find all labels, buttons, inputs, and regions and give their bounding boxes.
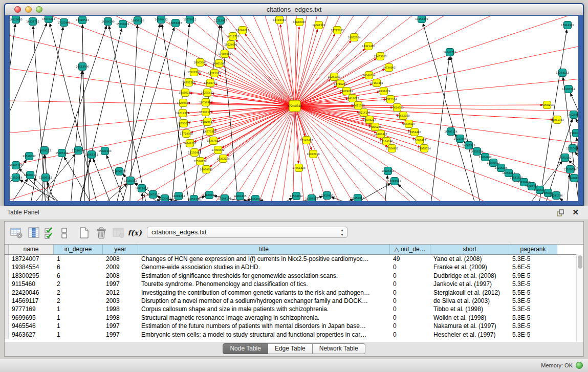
graph-node-label: 16851247 xyxy=(182,81,195,84)
column-header-title[interactable]: title xyxy=(138,245,390,254)
graph-edge-red xyxy=(10,16,295,106)
graph-node-label: 16135204 xyxy=(562,87,575,91)
graph-node-label: 18002041 xyxy=(193,61,206,64)
graph-edge-black xyxy=(398,184,428,201)
graph-node-label: 15624103 xyxy=(98,149,111,152)
graph-node-label: 16081254 xyxy=(172,194,185,198)
graph-node-label: 19061203 xyxy=(312,24,325,27)
table-row[interactable]: 1456911722003Disruption of a novel membe… xyxy=(5,297,583,305)
table-cell-gutter xyxy=(5,272,9,280)
table-disabled-icon xyxy=(112,226,125,239)
table-row[interactable]: 1938455462009Genome-wide association stu… xyxy=(5,263,583,271)
table-mode-button[interactable] xyxy=(9,225,24,240)
graph-node-label: 18530021 xyxy=(177,122,190,125)
graph-node-label: 13452061 xyxy=(351,196,364,200)
graph-node-label: 18164160 xyxy=(380,140,393,143)
table-row[interactable]: 969969511998Structural magnetic resonanc… xyxy=(5,314,583,322)
table-cell-short: Hescheler et al. (1997) xyxy=(430,331,509,339)
graph-node-label: 17684982 xyxy=(218,52,231,55)
graph-node-label: 18105492 xyxy=(188,151,201,154)
graph-node-label: 16321450 xyxy=(362,45,375,48)
table-row[interactable]: 977716911998Corpus callosum shape and si… xyxy=(5,305,583,313)
table-cell-short: Franke et al. (2009) xyxy=(430,263,509,271)
clear-selection-button[interactable] xyxy=(58,225,70,240)
table-row[interactable]: 946362711997Embryonic stem cells: a mode… xyxy=(5,331,583,339)
network-canvas[interactable]: 1724031518224006176849821646104518221312… xyxy=(10,16,578,201)
graph-node-label: 18052164 xyxy=(347,36,360,39)
table-cell-short: Stergiakouli et al. (2012) xyxy=(430,289,509,297)
show-columns-button[interactable] xyxy=(26,225,41,240)
table-cell-out_degree: 0 xyxy=(390,272,430,280)
table-cell-year: 2008 xyxy=(103,255,138,263)
graph-edge-red xyxy=(10,16,295,106)
graph-node-label: 15733021 xyxy=(116,23,129,26)
tab-node-table[interactable]: Node Table xyxy=(223,343,268,354)
graph-node-label: 14065213 xyxy=(462,144,475,147)
status-bar: Memory: OK xyxy=(0,359,588,372)
window-title: citations_edges.txt xyxy=(5,6,583,13)
table-toolbar: f(x) citations_edges.txt ▲▼ xyxy=(5,222,583,244)
column-header-out_degree[interactable]: △ out_de… xyxy=(390,245,430,254)
column-header-gutter[interactable] xyxy=(5,245,9,254)
table-row[interactable]: 946554611997Estimation of the future num… xyxy=(5,322,583,330)
graph-node-label: 16354021 xyxy=(249,198,262,201)
table-row[interactable]: 1872400712008Changes of HCN gene express… xyxy=(5,255,583,263)
scrollbar-thumb[interactable] xyxy=(578,255,582,269)
table-cell-out_degree: 0 xyxy=(390,322,430,330)
table-cell-name: 9699695 xyxy=(9,314,54,322)
column-header-pagerank[interactable]: pagerank xyxy=(509,245,557,254)
column-header-year[interactable]: year xyxy=(103,245,138,254)
graph-node-label: 18231079 xyxy=(377,90,390,93)
table-selector-value: citations_edges.txt xyxy=(151,228,207,236)
delete-column-button[interactable] xyxy=(94,225,109,240)
graph-edge-red xyxy=(10,16,295,106)
window-titlebar[interactable]: citations_edges.txt xyxy=(5,4,583,15)
column-header-name[interactable]: name xyxy=(9,245,54,254)
graph-node-label: 20516092 xyxy=(23,155,35,158)
graph-node-label: 12083541 xyxy=(388,180,401,183)
delete-table-button[interactable] xyxy=(111,225,126,240)
function-builder-button[interactable]: f(x) xyxy=(128,225,141,240)
table-cell-out_degree: 0 xyxy=(390,305,430,313)
graph-node-label: 17453102 xyxy=(374,55,386,58)
float-panel-icon[interactable] xyxy=(556,209,564,217)
table-row[interactable]: 1830029562008Estimation of significance … xyxy=(5,272,583,280)
tab-network-table[interactable]: Network Table xyxy=(313,343,365,354)
table-header-row: namein_degreeyeartitle△ out_de…shortpage… xyxy=(5,244,583,255)
graph-node-label: 13261405 xyxy=(233,194,246,198)
table-cell-out_degree: 0 xyxy=(390,331,430,339)
graph-node-label: 17712053 xyxy=(331,29,343,32)
graph-edge-black xyxy=(95,184,127,201)
graph-node-label: 16416022 xyxy=(346,97,359,100)
graph-node-label: 18079212 xyxy=(340,90,353,93)
column-header-short[interactable]: short xyxy=(430,245,509,254)
network-graph[interactable]: 1724031518224006176849821646104518221312… xyxy=(10,16,578,201)
node-table: namein_degreeyeartitle△ out_de…shortpage… xyxy=(5,244,583,342)
table-cell-gutter xyxy=(5,314,9,322)
graph-node-label: 16461045 xyxy=(212,62,225,65)
select-all-columns-button[interactable] xyxy=(43,225,56,240)
graph-node-label: 16931742 xyxy=(26,20,39,23)
table-cell-pagerank: 5.3E-5 xyxy=(509,322,557,330)
close-panel-icon[interactable]: ✕ xyxy=(572,208,579,217)
table-cell-title: Estimation of significance thresholds fo… xyxy=(138,272,390,280)
table-cell-name: 9463627 xyxy=(9,331,54,339)
create-column-button[interactable] xyxy=(76,225,92,240)
table-cell-pagerank: 5.3E-5 xyxy=(509,280,557,288)
table-cell-short: Nakamura et al. (1997) xyxy=(430,322,509,330)
graph-edge-red xyxy=(295,106,404,123)
table-row[interactable]: 2242004622012Investigating the contribut… xyxy=(5,289,583,297)
graph-node-label: 18436120 xyxy=(131,19,144,22)
table-cell-year: 1998 xyxy=(103,314,138,322)
tab-edge-table[interactable]: Edge Table xyxy=(268,343,313,354)
table-row[interactable]: 911546021997Tourette syndrome. Phenomeno… xyxy=(5,280,583,288)
graph-node-label: 16034152 xyxy=(38,149,51,152)
table-vertical-scrollbar[interactable] xyxy=(576,254,583,342)
graph-node-label: 12504162 xyxy=(290,194,302,198)
graph-edge-black xyxy=(10,179,28,201)
graph-node-label: 16362154 xyxy=(216,157,229,160)
table-selector-dropdown[interactable]: citations_edges.txt ▲▼ xyxy=(147,227,347,238)
table-cell-in_degree: 6 xyxy=(54,272,103,280)
column-header-in_degree[interactable]: in_degree xyxy=(54,245,103,254)
graph-node-label: 16640950 xyxy=(293,20,306,24)
